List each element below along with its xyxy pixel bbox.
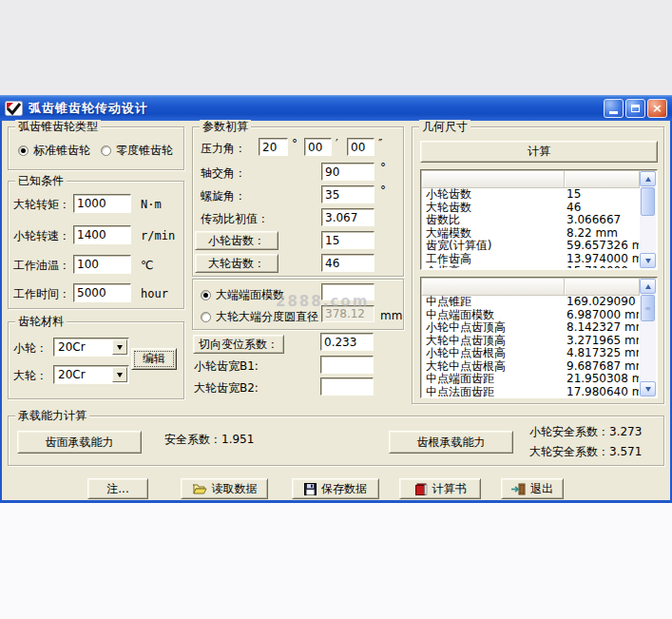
list-row[interactable]: 小轮中点齿根高4.817325 mm [423,347,639,360]
list-rows: 中点锥距169.029090 mm中点端面模数6.987000 mm小轮中点齿顶… [423,296,639,397]
module-input[interactable] [321,283,374,300]
scroll-down-icon[interactable] [640,253,656,268]
scroll-track[interactable] [640,217,656,253]
close-button[interactable]: × [647,99,667,118]
pressure-angle-min-input[interactable] [304,138,332,156]
pinion-teeth-input[interactable] [321,231,374,249]
radio-icon[interactable] [201,290,211,300]
title-bar[interactable]: 弧齿锥齿轮传动设计 × [0,95,672,121]
list-row[interactable]: 大轮齿数46 [423,202,639,215]
app-window: 弧齿锥齿轮传动设计 × 弧齿锥齿轮类型 标准锥齿轮 零度锥齿轮 已知条件 大轮转… [0,95,672,503]
list-row[interactable]: 大轮中点齿顶高3.271965 mm [423,335,639,348]
scroll-up-icon[interactable] [640,279,656,294]
gear-type-group: 弧齿锥齿轮类型 标准锥齿轮 零度锥齿轮 [8,126,184,170]
wheel-teeth-button[interactable]: 大轮齿数： [195,254,278,273]
radio-pitch-diameter[interactable]: 大轮大端分度圆直径 [201,309,318,325]
read-data-button[interactable]: 读取数据 [181,478,268,499]
spiral-angle-unit: ° [380,184,386,197]
row-value: 8.142327 mm [566,321,639,335]
radio-icon[interactable] [201,312,211,322]
shaft-angle-input[interactable] [321,163,374,181]
group-title: 承载能力计算 [15,409,89,422]
root-capacity-button[interactable]: 齿根承载能力 [389,431,513,454]
button-label: 计算 [528,144,550,160]
module-choice-box: 大端端面模数 大轮大端分度圆直径 mm [192,279,404,330]
scroll-thumb[interactable]: ≡ [641,295,655,321]
row-name: 中点法面齿距 [423,386,566,397]
button-label: 大轮齿数： [208,256,265,272]
radio-icon[interactable] [101,145,111,156]
pressure-angle-deg-input[interactable] [259,138,288,156]
tangential-coef-button[interactable]: 切向变位系数： [193,335,284,354]
list-row[interactable]: 齿数比3.066667 [423,214,639,227]
list-row[interactable]: 全齿高15.710000 mm [423,265,639,268]
row-name: 中点端面齿距 [423,373,566,386]
row-name: 大轮中点齿顶高 [423,335,566,348]
header-cell[interactable] [422,279,565,296]
list-row[interactable]: 中点端面齿距21.950308 mm [423,373,639,386]
scroll-thumb[interactable] [641,187,655,216]
list-row[interactable]: 小轮齿数15 [423,188,639,202]
button-label: 读取数据 [212,481,258,497]
radio-icon[interactable] [18,145,29,156]
wheel-material-select[interactable]: 20Cr [53,365,129,384]
scrollbar[interactable] [640,171,656,268]
radio-module[interactable]: 大端端面模数 [201,287,284,303]
scrollbar[interactable]: ≡ [640,279,656,397]
list-row[interactable]: 中点法面齿距17.980640 mm [423,386,639,397]
list-row[interactable]: 齿宽(计算值)59.657326 mm [423,240,639,253]
ratio-input[interactable] [321,208,374,226]
work-time-unit: hour [141,287,168,300]
selected-value: 20Cr [54,340,112,354]
pinion-safety-text: 小轮安全系数：3.273 [529,425,642,438]
header-cell[interactable] [565,171,640,188]
speed-input[interactable] [73,225,131,244]
note-button[interactable]: 注... [87,478,148,499]
scroll-track[interactable] [640,322,656,381]
list-row[interactable]: 小轮中点齿顶高8.142327 mm [423,321,639,335]
surface-capacity-button[interactable]: 齿面承载能力 [17,431,142,454]
list-row[interactable]: 大端模数8.22 mm [423,227,639,241]
row-value: 169.029090 mm [566,296,639,309]
b1-input[interactable] [320,356,374,374]
list-row[interactable]: 中点锥距169.029090 mm [423,296,639,309]
scroll-up-icon[interactable] [640,171,656,186]
wheel-teeth-input[interactable] [321,254,374,272]
known-conditions-group: 已知条件 大轮转矩： N·m 小轮转速： r/min 工作油温： ℃ 工作时间：… [8,181,184,309]
torque-input[interactable] [73,194,131,213]
chevron-down-icon[interactable] [112,367,127,382]
work-time-input[interactable] [73,283,131,302]
header-cell[interactable] [422,171,565,188]
radio-label: 零度锥齿轮 [116,143,173,159]
pinion-material-select[interactable]: 20Cr [53,338,129,357]
sec-unit: ″ [378,137,382,150]
list-row[interactable]: 大轮中点齿根高9.687687 mm [423,360,639,374]
radio-standard-bevel[interactable]: 标准锥齿轮 [18,143,90,159]
pressure-angle-sec-input[interactable] [347,138,374,156]
list-row[interactable]: 中点端面模数6.987000 mm [423,309,639,322]
chevron-down-icon[interactable] [112,339,127,355]
calculate-button[interactable]: 计算 [420,141,658,163]
deg-unit: ° [292,137,298,150]
header-cell[interactable] [565,279,640,296]
report-button[interactable]: 计算书 [399,478,481,499]
edit-material-button[interactable]: 编辑 [131,348,177,370]
b2-input[interactable] [320,377,374,396]
maximize-button[interactable] [625,99,645,118]
spiral-angle-input[interactable] [321,185,374,203]
pinion-teeth-button[interactable]: 小轮齿数： [195,231,278,250]
scroll-down-icon[interactable] [640,381,656,397]
list-header [422,279,640,296]
row-name: 中点锥距 [423,296,566,309]
radio-label: 大端端面模数 [216,287,284,303]
exit-button[interactable]: 退出 [501,478,564,499]
tangential-coef-input[interactable] [320,333,374,351]
radio-zero-bevel[interactable]: 零度锥齿轮 [101,143,173,159]
list-row[interactable]: 工作齿高13.974000 mm [423,253,639,266]
geometry-list-1: 小轮齿数15大轮齿数46齿数比3.066667大端模数8.22 mm齿宽(计算值… [420,169,658,270]
oil-temp-input[interactable] [73,255,131,274]
row-name: 工作齿高 [423,253,566,266]
save-data-button[interactable]: 保存数据 [292,478,379,499]
row-value: 8.22 mm [566,227,639,241]
minimize-button[interactable] [604,99,624,118]
